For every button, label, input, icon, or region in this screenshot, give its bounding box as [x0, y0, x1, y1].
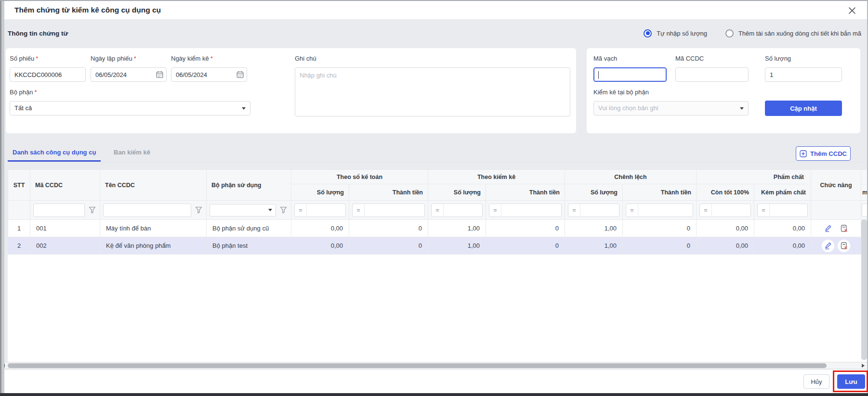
cap-nhat-button[interactable]: Cập nhật [765, 101, 842, 116]
cell-stt: 1 [8, 220, 30, 237]
filter-icon[interactable] [194, 206, 203, 214]
cell-kk-thanh-tien: 0 [486, 237, 565, 255]
vertical-scrollbar-thumb[interactable] [861, 219, 867, 360]
barcode-input[interactable] [593, 67, 667, 82]
ma-ccdc-input[interactable] [675, 67, 749, 82]
horizontal-scrollbar [0, 362, 868, 369]
cell-cl-so-luong: 1,00 [565, 237, 623, 255]
luu-button[interactable]: Lưu [837, 374, 865, 389]
filter-numeric-input[interactable]: = [757, 204, 808, 217]
cell-cl-so-luong: 1,00 [565, 220, 623, 237]
filter-numeric-input[interactable]: = [568, 204, 619, 217]
filter-ma-ccdc [30, 201, 100, 220]
col-header-kk-thanh-tien: Thành tiền [486, 184, 565, 201]
table-row[interactable]: 1 001 Máy tính để bàn Bộ phận sử dụng cũ… [8, 220, 868, 237]
huy-button[interactable]: Hủy [803, 374, 829, 389]
them-ccdc-button[interactable]: Thêm CCDC [796, 146, 851, 161]
ngay-kiem-ke-label: Ngày kiểm kê* [171, 55, 213, 62]
section-title: Thông tin chứng từ [8, 30, 68, 37]
scroll-right-icon[interactable] [862, 364, 865, 368]
calendar-icon[interactable] [156, 71, 163, 80]
cell-cl-thanh-tien: 0 [623, 237, 697, 255]
ngay-lap-input[interactable] [91, 67, 167, 82]
edit-row-icon[interactable] [822, 222, 834, 235]
cell-kt-thanh-tien: 0 [349, 237, 428, 255]
filter-numeric-input[interactable]: = [294, 204, 346, 217]
col-header-ma-ccdc: Mã CCDC [30, 170, 100, 201]
col-header-kt-thanh-tien: Thành tiền [349, 184, 428, 201]
col-header-chuc-nang: Chức năng [811, 170, 861, 201]
filter-numeric-input[interactable]: = [431, 204, 483, 217]
radio-manual-quantity[interactable] [644, 29, 652, 38]
cell-con-tot: 0,00 [697, 237, 754, 255]
cell-kk-so-luong: 1,00 [428, 237, 486, 255]
bo-phan-label: Bộ phận* [10, 89, 37, 96]
col-header-kk-so-luong: Số lượng [428, 184, 486, 201]
window-top-edge [0, 0, 868, 1]
group-header-pham-chat: Phẩm chất [697, 170, 811, 184]
ghi-chu-textarea[interactable] [295, 67, 570, 116]
bo-phan-select[interactable]: Tất cả [10, 101, 250, 115]
cell-con-tot: 0,00 [697, 220, 754, 237]
ghi-chu-label: Ghi chú [295, 55, 316, 62]
filter-kem-pham-chat: = [754, 201, 811, 220]
so-luong-label: Số lượng [765, 55, 791, 62]
cell-bo-phan: Bộ phận sử dụng cũ [207, 220, 291, 237]
col-header-bo-phan-su-dung: Bộ phận sử dụng [207, 170, 291, 201]
filter-numeric-input[interactable]: = [699, 204, 751, 217]
cell-kt-thanh-tien: 0 [349, 220, 428, 237]
so-luong-input[interactable] [765, 67, 842, 82]
barcode-scan-panel: Mã vạch Mã CCDC Số lượng Kiểm kê tại bộ … [587, 48, 860, 133]
kiem-ke-tai-bo-phan-select[interactable]: Vui lòng chọn bản ghi [593, 101, 749, 115]
chevron-down-icon [242, 107, 246, 110]
col-header-ten-ccdc: Tên CCDC [100, 170, 207, 201]
filter-ten-ccdc [100, 201, 207, 220]
cell-cl-thanh-tien: 0 [623, 220, 697, 237]
kiem-ke-tai-bo-phan-label: Kiểm kê tại bộ phận [593, 89, 649, 96]
filter-ma-ccdc-input[interactable] [33, 204, 85, 217]
so-phieu-input[interactable] [10, 67, 86, 82]
calendar-icon[interactable] [237, 71, 244, 80]
radio-scan-add-row-label: Thêm tài sản xuống dòng chi tiết khi bắn… [738, 30, 861, 37]
filter-icon[interactable] [278, 206, 288, 214]
cell-kk-thanh-tien: 0 [486, 220, 565, 237]
filter-bo-phan-select[interactable] [210, 204, 276, 217]
filter-numeric-input[interactable]: = [352, 204, 425, 217]
cell-actions [811, 220, 861, 237]
them-ccdc-label: Thêm CCDC [810, 150, 847, 157]
add-inventory-document-dialog: Thêm chứng từ kiểm kê công cụ dụng cụ Th… [0, 0, 868, 396]
filter-numeric-input[interactable]: = [489, 204, 562, 217]
document-fields-panel: Số phiếu* Ngày lập phiếu* Ngày kiểm kê* … [6, 48, 576, 133]
filter-numeric-input[interactable]: = [626, 204, 693, 217]
filter-chuc-nang [811, 201, 861, 220]
so-phieu-label: Số phiếu* [10, 55, 38, 62]
cell-kt-so-luong: 0,00 [291, 220, 349, 237]
col-header-kem-pham-chat: Kém phẩm chất [754, 184, 811, 201]
tab-danh-sach-ccdc[interactable]: Danh sách công cụ dụng cụ [8, 144, 101, 162]
cell-ten-ccdc: Máy tính để bàn [100, 220, 207, 237]
delete-row-icon[interactable] [838, 222, 850, 235]
tab-ban-kiem-ke[interactable]: Ban kiểm kê [109, 144, 155, 162]
close-icon[interactable] [847, 5, 857, 16]
col-header-stt: STT [8, 170, 30, 201]
cell-ma-ccdc: 002 [30, 237, 100, 255]
dialog-titlebar: Thêm chứng từ kiểm kê công cụ dụng cụ [4, 1, 867, 20]
cell-kt-so-luong: 0,00 [291, 237, 349, 255]
dialog-title: Thêm chứng từ kiểm kê công cụ dụng cụ [4, 6, 161, 14]
horizontal-scrollbar-thumb[interactable] [8, 363, 827, 368]
edit-row-icon[interactable] [822, 240, 834, 252]
cell-kem-pham-chat: 0,00 [754, 237, 811, 255]
filter-bo-phan-su-dung [207, 201, 291, 220]
filter-ten-ccdc-input[interactable] [103, 204, 191, 217]
filter-kk-so-luong: = [428, 201, 486, 220]
ngay-kiem-ke-input[interactable] [171, 67, 247, 82]
filter-kk-thanh-tien: = [486, 201, 565, 220]
col-header-con-tot-100: Còn tốt 100% [697, 184, 754, 201]
cell-kem-pham-chat: 0,00 [754, 220, 811, 237]
cell-stt: 2 [8, 237, 30, 255]
filter-icon[interactable] [87, 206, 97, 214]
radio-scan-add-row[interactable] [725, 29, 734, 38]
table-row[interactable]: 2 002 Kệ để văn phòng phẩm Bộ phận test … [8, 237, 868, 255]
delete-row-icon[interactable] [838, 240, 850, 252]
col-header-kt-so-luong: Số lượng [291, 184, 349, 201]
